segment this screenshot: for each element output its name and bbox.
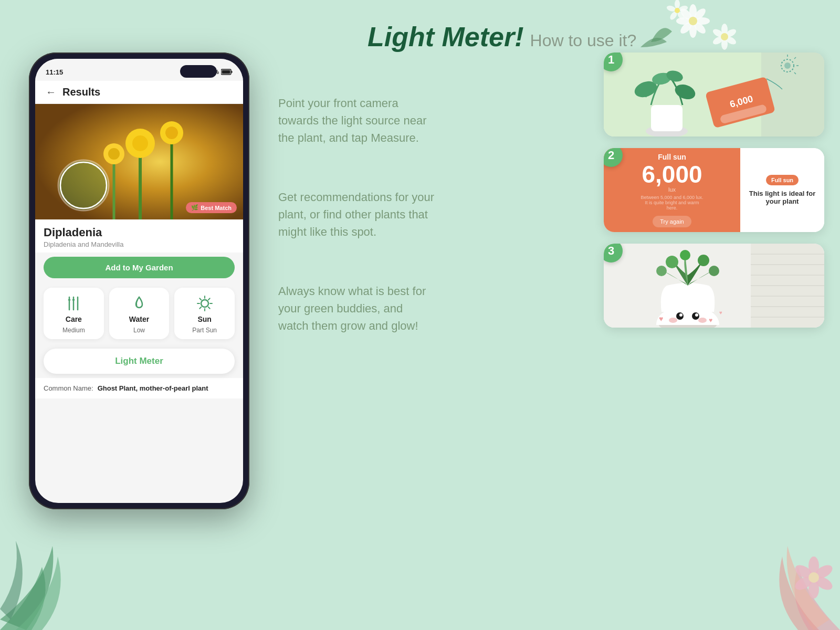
full-sun-badge: Full sun (766, 175, 799, 185)
lux-unit: lux (668, 186, 676, 193)
nav-title: Results (62, 86, 100, 98)
plant-latin-name: Dipladenia and Mandevilla (44, 240, 235, 248)
card1-svg: 6,000 (604, 52, 824, 136)
svg-point-46 (58, 160, 109, 211)
svg-point-95 (698, 318, 707, 323)
phone-mockup: 11:15 100% (29, 52, 249, 525)
svg-line-57 (208, 307, 209, 309)
common-name-bar: Common Name: Ghost Plant, mother-of-pear… (35, 378, 243, 398)
care-tools-icon (65, 295, 82, 312)
ideal-text: This light is ideal for your plant (747, 190, 818, 205)
svg-point-100 (680, 250, 690, 260)
card-3: 3 ♥ ♥ ♥ (604, 244, 824, 328)
phone-frame: 11:15 100% (29, 52, 249, 509)
instruction-2: Get recommendations for your plant, or f… (278, 188, 436, 240)
best-match-icon: 🌿 (191, 204, 198, 211)
svg-point-96 (666, 256, 678, 268)
svg-point-93 (695, 313, 698, 317)
numbered-cards-section: 1 6,000 (604, 52, 824, 328)
plant-info: Dipladenia Dipladenia and Mandevilla (35, 219, 243, 253)
header-title: Light Meter! (368, 21, 524, 52)
svg-line-56 (200, 298, 201, 300)
header-subtitle: How to use it? (530, 31, 637, 50)
sun-icon (196, 295, 213, 312)
care-card-sun: Sun Part Sun (174, 288, 235, 339)
header: Light Meter! How to use it? (368, 21, 636, 52)
svg-text:♥: ♥ (709, 317, 712, 324)
sun-value: Part Sun (192, 327, 217, 334)
common-name-label-text: Common Name: (44, 384, 93, 392)
svg-point-45 (108, 148, 120, 160)
battery-icon (221, 69, 233, 75)
svg-line-58 (208, 298, 209, 300)
svg-point-28 (808, 572, 819, 583)
water-value: Low (133, 327, 145, 334)
svg-text:♥: ♥ (719, 310, 722, 316)
svg-text:♥: ♥ (659, 314, 663, 323)
plant-name: Dipladenia (44, 226, 235, 239)
common-name-value-text: Ghost Plant, mother-of-pearl plant (98, 384, 208, 392)
svg-point-97 (698, 255, 709, 266)
back-arrow[interactable]: ← (46, 86, 56, 98)
care-card-care: Care Medium (44, 288, 104, 339)
instructions-section: Point your front camera towards the ligh… (278, 94, 436, 376)
svg-rect-34 (232, 71, 233, 73)
svg-point-15 (721, 33, 728, 40)
svg-point-43 (165, 127, 178, 139)
water-icon (131, 295, 148, 312)
phone-time: 11:15 (46, 68, 63, 76)
card-2: 2 Full sun 6,000 lux Between 5,000 and 6… (604, 148, 824, 232)
full-sun-title-card: Full sun (658, 153, 686, 161)
svg-line-59 (200, 307, 201, 309)
svg-point-98 (656, 266, 667, 276)
care-cards-row: Care Medium Water Low (35, 282, 243, 344)
phone-camera-bump (180, 65, 217, 78)
care-card-water: Water Low (109, 288, 170, 339)
instruction-1: Point your front camera towards the ligh… (278, 94, 436, 146)
best-match-label: Best Match (201, 205, 232, 211)
svg-point-51 (201, 300, 208, 307)
card2-white-panel: Full sun This light is ideal for your pl… (740, 148, 824, 232)
svg-point-8 (689, 17, 697, 25)
svg-point-41 (132, 135, 148, 151)
care-value: Medium (62, 327, 85, 334)
phone-screen: 11:15 100% (35, 59, 243, 503)
lux-value: 6,000 (642, 162, 702, 186)
best-match-badge: 🌿 Best Match (186, 202, 237, 213)
svg-point-94 (669, 318, 677, 323)
plant-image-area: 🌿 Best Match (35, 104, 243, 219)
svg-rect-63 (651, 105, 682, 131)
card-3-image: ♥ ♥ ♥ (604, 244, 824, 328)
sun-label: Sun (197, 315, 211, 323)
try-again-button[interactable]: Try again (653, 216, 691, 227)
bg-leaves-right-decoration (724, 462, 840, 630)
water-label: Water (129, 315, 149, 323)
add-to-garden-button[interactable]: Add to My Garden (44, 257, 235, 278)
phone-navbar: ← Results (35, 81, 243, 104)
card-1-image: 6,000 (604, 52, 824, 136)
lux-description: Between 5,000 and 6,000 lux. It is quite… (640, 195, 704, 211)
light-meter-button[interactable]: Light Meter (44, 349, 235, 374)
svg-point-99 (709, 266, 719, 276)
instruction-3: Always know what is best for your green … (278, 282, 436, 334)
card2-orange-panel: Full sun 6,000 lux Between 5,000 and 6,0… (604, 148, 740, 232)
svg-point-92 (679, 313, 682, 317)
svg-point-16 (675, 0, 680, 9)
card-1: 1 6,000 (604, 52, 824, 136)
svg-point-21 (675, 8, 680, 13)
card-2-image: Full sun 6,000 lux Between 5,000 and 6,0… (604, 148, 824, 232)
svg-point-76 (784, 62, 791, 69)
care-label: Care (66, 315, 82, 323)
svg-rect-35 (222, 70, 230, 74)
card3-svg: ♥ ♥ ♥ (604, 244, 824, 328)
